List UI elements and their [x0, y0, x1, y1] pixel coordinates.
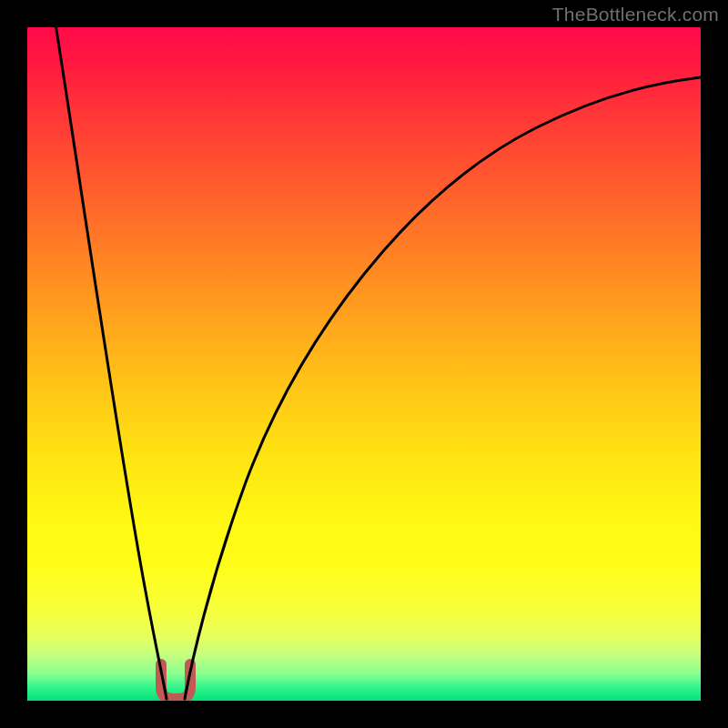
left-branch-curve — [55, 27, 167, 699]
right-branch-curve — [185, 77, 701, 699]
plot-area — [27, 27, 701, 701]
chart-frame: TheBottleneck.com — [0, 0, 728, 728]
attribution-label: TheBottleneck.com — [552, 4, 719, 25]
curves-layer — [27, 27, 701, 701]
